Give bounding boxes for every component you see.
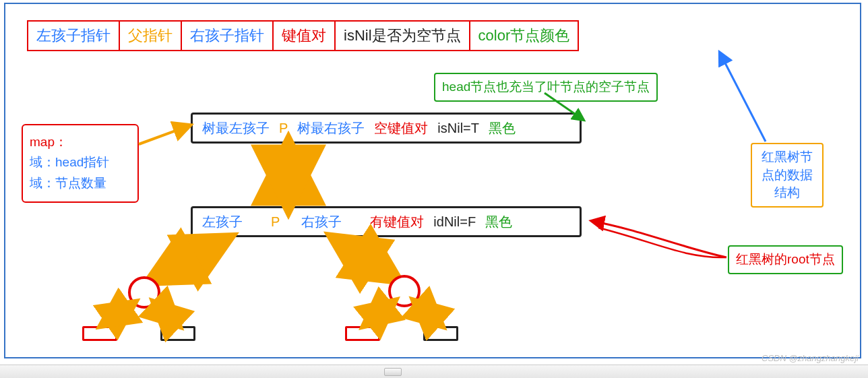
struct-annotation-text: 红黑树节点的数据结构 [762,150,813,199]
scrollbar-thumb[interactable] [384,368,402,376]
root-annotation-box: 红黑树的root节点 [728,245,843,274]
arrow-root-to-right-subtree [334,239,396,279]
legend-cell-0: 左孩子指针 [27,20,120,51]
subtree-leaf [82,326,117,341]
head-keyvalue: 空键值对 [374,119,428,137]
legend-cell-3: 键值对 [274,20,336,51]
legend-cell-2: 右孩子指针 [182,20,274,51]
struct-annotation-box: 红黑树节点的数据结构 [751,143,824,208]
legend-cell-5: color节点颜色 [470,20,580,51]
arrow-map-to-head [139,125,190,144]
watermark-text: CSDN @zhangzhangkeji [762,353,859,363]
arrow-root-annotation [592,221,726,257]
root-parent: P [271,214,280,230]
head-parent: P [279,121,288,136]
arrow-subtree-branch [415,302,441,325]
node-struct-legend: 左孩子指针父指针右孩子指针键值对isNil是否为空节点color节点颜色 [27,20,579,51]
arrow-struct-annotation [720,53,766,141]
arrow-root-to-left-subtree [151,239,228,280]
subtree-leaf [160,326,195,341]
head-right-child: 树最右孩子 [297,119,365,137]
arrow-subtree-branch [102,303,133,325]
head-left-child: 树最左孩子 [202,119,270,137]
root-left-child: 左孩子 [202,213,243,231]
viewport: 左孩子指针父指针右孩子指针键值对isNil是否为空节点color节点颜色 map… [0,0,868,378]
root-color: 黑色 [485,213,512,231]
arrow-root-annotation-stroke2 [598,228,725,257]
subtree-circle [390,276,419,306]
root-right-child: 右孩子 [301,213,342,231]
root-node-box: 左孩子 P 右孩子 有键值对 idNil=F 黑色 [191,206,582,237]
legend-cell-4: isNil是否为空节点 [336,20,470,51]
subtree-leaf [345,326,380,341]
head-isnil: isNil=T [437,121,479,136]
horizontal-scrollbar[interactable] [0,365,868,378]
root-isnil: idNil=F [433,214,476,230]
map-field-count: 域：节点数量 [30,173,131,193]
map-title: map： [30,132,131,152]
head-annotation-box: head节点也充当了叶节点的空子节点 [434,73,658,102]
root-annotation-text: 红黑树的root节点 [736,252,835,266]
arrow-subtree-branch [155,303,178,325]
diagram-canvas: 左孩子指针父指针右孩子指针键值对isNil是否为空节点color节点颜色 map… [4,3,861,358]
head-color: 黑色 [489,119,516,137]
map-field-head: 域：head指针 [30,152,131,172]
head-node-box: 树最左孩子 P 树最右孩子 空键值对 isNil=T 黑色 [191,113,582,144]
map-description-box: map： 域：head指针 域：节点数量 [22,124,139,203]
subtree-circle [129,278,159,307]
arrow-subtree-branch [365,302,394,325]
subtree-leaf [423,326,458,341]
head-annotation-text: head节点也充当了叶节点的空子节点 [442,80,650,94]
root-keyvalue: 有键值对 [370,213,424,231]
legend-cell-1: 父指针 [120,20,182,51]
